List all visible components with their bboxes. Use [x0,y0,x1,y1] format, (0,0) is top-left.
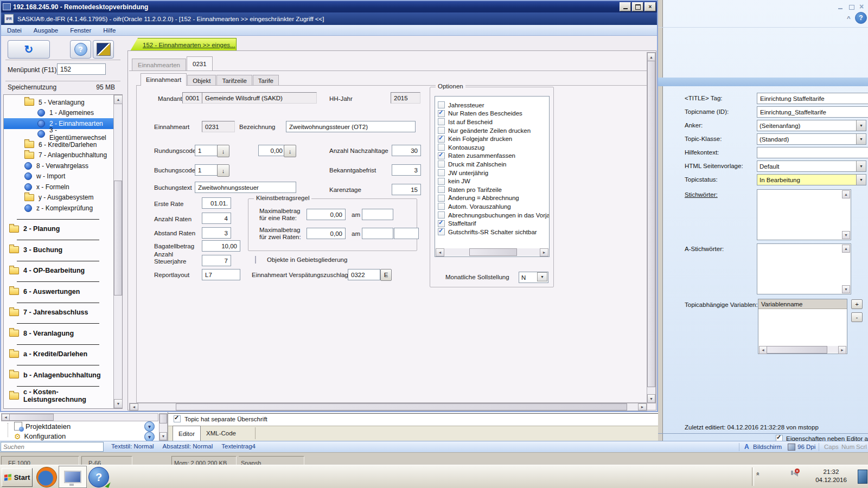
mandant-name-field[interactable]: Gemeinde Wilsdruff (SAKD) [202,92,317,104]
rundung-betrag-field[interactable]: 0,00 [258,145,286,156]
option-checkbox[interactable] [438,160,445,168]
option-checkbox[interactable] [438,178,445,185]
topic-checkbox[interactable] [174,415,181,422]
help-launcher-icon[interactable]: ? [88,467,109,487]
max-zwei-raten-datum2-field[interactable] [394,228,419,239]
option-checkbox[interactable] [438,101,445,108]
variablen-remove-button[interactable]: - [851,312,863,322]
steuerjahre-field[interactable]: 7 [202,255,231,266]
scroll-right-icon[interactable]: ► [638,403,647,410]
option-checkbox[interactable] [438,186,445,193]
max-eine-rate-datum-field[interactable] [362,209,393,220]
scroll-down-icon[interactable]: ▼ [114,399,123,408]
option-row[interactable]: Änderung = Abbrechnung [435,194,549,203]
a-stichworte-textarea[interactable]: ▲ ▼ [757,243,851,294]
topicstatus-select[interactable]: In Bearbeitung ▼ [757,174,866,185]
option-checkbox[interactable] [438,228,445,235]
dropdown-icon[interactable]: ▼ [537,272,547,281]
option-row[interactable]: Nur Raten des Bescheides [435,110,549,118]
bagatellbetrag-field[interactable]: 10,00 [202,240,240,252]
verspaetung-lookup-button[interactable]: E [380,269,392,281]
scroll-left-icon[interactable]: ◄ [130,403,138,410]
sollstellung-select[interactable]: N ▼ [519,272,548,283]
option-checkbox[interactable] [438,220,445,227]
option-checkbox[interactable] [438,169,445,176]
scroll-left-icon[interactable]: ◄ [436,248,444,256]
option-checkbox[interactable] [438,136,445,143]
option-checkbox[interactable] [438,144,445,151]
option-row[interactable]: Ist auf Bescheid [435,118,549,126]
rundungscode-picker-button[interactable]: ↓ [217,145,229,157]
klasse-select[interactable]: (Standard) ▼ [757,133,866,145]
scroll-left-icon[interactable]: ◄ [2,414,10,421]
show-desktop-button[interactable] [858,470,867,484]
remote-desktop-icon[interactable] [59,466,87,488]
app-titlebar[interactable]: IFR SASKIA®.de-IFR (4.1.46.17995) - oifr… [1,12,657,25]
objekte-checkbox[interactable] [255,256,256,264]
start-button[interactable]: Start [2,468,33,487]
dropdown-icon[interactable]: ▼ [856,134,866,144]
help-icon[interactable]: ? [855,12,867,24]
option-row[interactable]: Jahressteuer [435,101,549,110]
option-row[interactable]: Autom. Vorauszahlung [435,202,549,211]
hilfekontext-field[interactable] [757,147,868,158]
bezeichnung-field[interactable]: Zweitwohnungssteuer (OT2) [286,121,416,132]
abstand-raten-field[interactable]: 3 [202,227,231,239]
topic-check-row[interactable]: Topic hat separate Überschrift [174,415,267,422]
option-row[interactable]: kein JW [435,177,549,185]
tree-item[interactable]: a - Kredite/Darlehen [4,349,113,360]
project-row[interactable]: Projektdateien [14,422,71,431]
maximize-button[interactable] [632,2,643,11]
tree-item[interactable]: 1 - Allgemeines [4,108,113,119]
tree-item[interactable]: 4 - OP-Bearbeitung [4,266,113,277]
record-tab[interactable]: Einnahmearten [132,59,186,70]
tray-volume-muted-icon[interactable]: × [791,470,798,477]
reportlayout-field[interactable]: L7 [202,269,240,280]
option-row[interactable]: Staffeltarif [435,219,549,228]
detail-tab[interactable]: Einnahmeart [141,73,187,86]
option-checkbox[interactable] [438,110,445,117]
dpi-status[interactable]: 96 Dpi [797,444,815,450]
buchungstext-field[interactable]: Zweitwohnungssteuer [195,182,296,193]
detail-tab[interactable]: Tarife [253,75,279,86]
tree-item[interactable]: c - Kosten- Leistungsrechnung [4,391,113,402]
minimize-button[interactable] [620,2,631,11]
option-row[interactable]: JW unterjährig [435,169,549,177]
tree-item[interactable]: 8 - Veranlagung [4,328,113,339]
option-checkbox[interactable] [438,152,445,159]
tree-item[interactable]: 3 - Buchung [4,245,113,255]
tree-item[interactable]: 7 - Jahresabschluss [4,307,113,318]
scroll-down-icon[interactable]: ▼ [647,394,655,403]
content-vscrollbar[interactable]: ▲ ▼ [647,52,656,403]
menupunkt-field[interactable]: 152 [57,63,106,75]
rundung-betrag-picker-button[interactable]: ↓ [284,145,296,157]
project-hscrollbar[interactable]: ◄ [1,413,158,421]
tree-item[interactable]: 5 - Veranlagung [4,97,113,108]
optionen-hscrollbar[interactable]: ◄ ► [436,248,548,256]
variablen-list[interactable]: Variablenname ◄ ► [758,299,847,354]
erste-rate-field[interactable]: 01.01. [202,197,231,209]
scroll-up-icon[interactable]: ▲ [842,190,850,198]
dropdown-icon[interactable]: ▼ [856,161,866,171]
restore-icon[interactable] [849,4,854,11]
tree-item[interactable]: x - Formeln [4,182,113,192]
option-row[interactable]: Kontoauszug [435,143,549,152]
search-box[interactable] [1,442,104,452]
karenztage-field[interactable]: 15 [392,184,421,195]
option-row[interactable]: Raten zusammenfassen [435,152,549,160]
option-checkbox[interactable] [438,203,445,210]
menu-item[interactable]: Fenster [64,27,97,34]
max-zwei-raten-field[interactable]: 0,00 [307,228,346,239]
rundungscode-field[interactable]: 1 [195,145,219,156]
option-checkbox[interactable] [438,127,445,134]
help-button[interactable]: ? [70,40,91,59]
anzahl-raten-field[interactable]: 4 [202,213,231,224]
option-row[interactable]: Nur geänderte Zeilen drucken [435,126,549,135]
tree-item[interactable]: w - Import [4,171,113,182]
scroll-down-icon[interactable]: ▼ [159,432,167,440]
tree-item[interactable]: b - Anlagenbuchhaltung [4,370,113,381]
nachzahltage-field[interactable]: 30 [392,145,421,156]
scroll-up-icon[interactable]: ▲ [647,53,655,61]
content-hscrollbar[interactable]: ◄ ► [129,403,647,411]
anker-select[interactable]: (Seitenanfang) ▼ [757,120,866,131]
